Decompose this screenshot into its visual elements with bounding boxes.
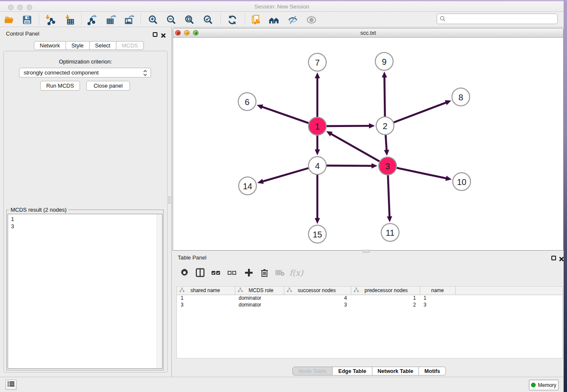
graph-node-label: 3 — [385, 162, 390, 171]
graph-edge-1-2[interactable] — [327, 126, 370, 126]
deselect-all-icon[interactable] — [226, 267, 238, 279]
column-header-successor-nodes[interactable]: successor nodes — [284, 287, 351, 295]
export-image-icon[interactable] — [123, 14, 135, 26]
search-icon — [440, 16, 446, 23]
tab-motifs[interactable]: Motifs — [419, 367, 446, 375]
table-cell: dominator — [235, 295, 284, 301]
close-panel-icon[interactable] — [161, 32, 166, 37]
result-scrollbar[interactable] — [157, 214, 162, 368]
search-input[interactable] — [437, 14, 558, 24]
clone-network-icon[interactable] — [250, 14, 262, 26]
status-bar: Memory — [0, 377, 564, 392]
tab-network-table[interactable]: Network Table — [372, 367, 419, 375]
column-header-filler — [455, 287, 563, 295]
column-edit-icon — [287, 287, 292, 294]
table-panel-title: Table Panel — [178, 254, 206, 261]
graph-edge-2-8[interactable] — [394, 102, 447, 122]
graph-node-label: 14 — [243, 182, 252, 191]
column-header-mcds-role[interactable]: MCDS role — [235, 287, 284, 295]
task-history-button[interactable] — [6, 380, 17, 390]
column-panel-icon[interactable] — [194, 267, 206, 279]
table-cell: 4 — [284, 295, 351, 301]
optimization-criterion-select[interactable]: strongly connected component — [19, 68, 151, 77]
show-graphics-details-icon[interactable] — [306, 14, 317, 26]
graph-edge-1-6[interactable] — [261, 107, 308, 123]
tab-style[interactable]: Style — [66, 41, 90, 50]
graph-edge-4-3[interactable] — [327, 166, 372, 166]
tab-edge-table[interactable]: Edge Table — [333, 367, 372, 375]
graph-edge-arrowhead — [315, 218, 320, 224]
home-icon[interactable] — [268, 14, 280, 26]
graph-node-label: 9 — [382, 57, 386, 66]
graph-edge-arrowhead — [387, 216, 392, 222]
delete-column-icon[interactable] — [259, 267, 270, 279]
zoom-out-icon[interactable] — [165, 14, 177, 26]
hide-graphics-details-icon[interactable] — [287, 14, 299, 26]
memory-status-icon — [531, 383, 536, 387]
vertical-splitter-grip[interactable] — [168, 196, 172, 204]
zoom-in-icon[interactable] — [147, 14, 159, 26]
graph-edge-arrowhead — [257, 105, 263, 110]
run-mcds-button[interactable]: Run MCDS — [40, 81, 80, 91]
mcds-result-text: 13 — [8, 214, 156, 368]
refresh-view-icon[interactable] — [226, 14, 238, 26]
list-icon — [7, 381, 15, 389]
graph-node-label: 6 — [245, 97, 249, 107]
graph-node-label: 1 — [315, 122, 319, 131]
export-network-icon[interactable] — [86, 14, 98, 26]
graph-edge-3-1[interactable] — [330, 134, 380, 161]
import-table-icon[interactable] — [64, 14, 76, 26]
table-cell: 1 — [177, 295, 235, 301]
graph-edge-4-14[interactable] — [262, 168, 308, 182]
main-toolbar — [0, 12, 564, 27]
graph-node-label: 4 — [315, 161, 319, 171]
network-canvas[interactable]: 7968124314101511 — [173, 38, 563, 250]
open-session-icon[interactable] — [3, 14, 15, 26]
function-builder-icon[interactable]: f(x) — [290, 267, 302, 279]
zoom-selected-icon[interactable] — [202, 14, 214, 26]
horizontal-splitter-grip[interactable] — [363, 250, 370, 253]
delete-table-icon[interactable] — [274, 267, 286, 279]
mcds-result-line: 1 — [11, 215, 153, 223]
close-panel-button[interactable]: Close panel — [86, 81, 130, 91]
column-header-predecessor-nodes[interactable]: predecessor nodes — [351, 287, 420, 295]
zoom-fit-icon[interactable] — [184, 14, 195, 26]
graph-edge-arrowhead — [315, 72, 320, 78]
graph-edge-2-9[interactable] — [384, 77, 385, 116]
mcds-result-line: 3 — [11, 223, 153, 230]
tab-select[interactable]: Select — [90, 41, 116, 50]
toolbar-separator — [81, 14, 82, 25]
tab-mcds[interactable]: MCDS — [116, 41, 144, 50]
tab-network[interactable]: Network — [34, 41, 66, 50]
table-settings-gear-icon[interactable] — [179, 267, 190, 279]
column-header-name[interactable]: name — [420, 287, 455, 295]
add-column-icon[interactable] — [243, 267, 255, 279]
table-row[interactable]: 3dominator323 — [177, 301, 563, 308]
save-session-icon[interactable] — [21, 14, 33, 26]
control-panel: Control Panel Network Style Select MCDS … — [0, 27, 171, 377]
float-panel-icon[interactable] — [153, 32, 157, 37]
table-row[interactable]: 1dominator411 — [177, 295, 563, 301]
table-cell: 1 — [351, 295, 420, 301]
graph-edge-arrowhead — [257, 179, 264, 184]
select-all-icon[interactable] — [210, 267, 222, 279]
column-edit-icon — [238, 287, 243, 294]
memory-button[interactable]: Memory — [529, 380, 559, 390]
toolbar-separator — [220, 14, 221, 25]
column-header-shared-name[interactable]: shared name — [177, 287, 235, 295]
graph-edge-3-11[interactable] — [388, 175, 390, 217]
table-float-panel-icon[interactable] — [551, 256, 556, 260]
graph-node-label: 7 — [315, 58, 319, 67]
node-table[interactable]: shared name MCDS role successor nodes pr… — [176, 286, 563, 359]
tab-node-table[interactable]: Node Table — [292, 367, 333, 375]
graph-node-label: 2 — [383, 121, 387, 131]
mcds-result-title: MCDS result (2 nodes) — [9, 207, 68, 213]
graph-node-label: 11 — [386, 228, 395, 237]
import-network-icon[interactable] — [44, 14, 56, 26]
memory-label: Memory — [538, 382, 556, 388]
network-window-titlebar[interactable]: scc.txt — [173, 28, 563, 38]
export-table-icon[interactable] — [105, 14, 117, 26]
table-cell: 3 — [177, 301, 235, 308]
graph-edge-3-10[interactable] — [397, 168, 447, 179]
graph-edge-2-3[interactable] — [385, 135, 386, 151]
